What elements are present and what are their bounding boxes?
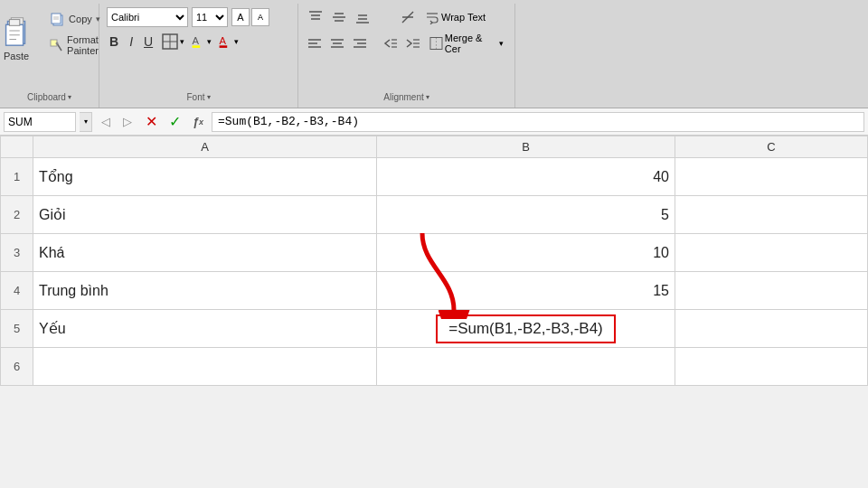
undo-navigation-button[interactable]: ◁: [96, 112, 116, 132]
align-left-button[interactable]: [306, 33, 325, 53]
row-number: 6: [1, 348, 33, 386]
row-number: 3: [1, 234, 33, 272]
svg-rect-18: [193, 45, 201, 48]
cell-a5[interactable]: Yếu: [33, 310, 377, 348]
increase-indent-button[interactable]: [403, 33, 422, 53]
spreadsheet-table: A B C 1 Tổng 40 2 Giỏi 5 3 Kh: [0, 136, 868, 386]
align-middle-button[interactable]: [329, 7, 349, 27]
cell-a4[interactable]: Trung bình: [33, 272, 377, 310]
svg-point-13: [56, 42, 59, 45]
align-bottom-button[interactable]: [353, 7, 373, 27]
paste-button[interactable]: Paste: [0, 9, 38, 63]
font-expand-icon[interactable]: ▾: [207, 93, 211, 101]
cell-a1[interactable]: Tổng: [33, 158, 377, 196]
font-color-button[interactable]: A ▾: [217, 31, 239, 52]
clipboard-right-buttons: Copy ▾ Format Painter: [45, 9, 104, 58]
font-group: Calibri 11 A A B I U ▾: [99, 4, 298, 108]
table-row: 6: [1, 348, 868, 386]
svg-rect-8: [52, 14, 61, 23]
header-col-b[interactable]: B: [377, 136, 675, 158]
font-size-decrease-button[interactable]: A: [251, 8, 269, 26]
cell-c3[interactable]: [675, 234, 868, 272]
fill-color-button[interactable]: A ▾: [190, 31, 212, 52]
svg-rect-3: [9, 20, 19, 26]
font-name-select[interactable]: Calibri: [107, 7, 188, 27]
align-top-row: Wrap Text: [306, 7, 507, 27]
border-button[interactable]: ▾: [161, 33, 184, 51]
angle-text-button[interactable]: [398, 7, 418, 27]
cell-c1[interactable]: [675, 158, 868, 196]
cell-c2[interactable]: [675, 196, 868, 234]
bold-button[interactable]: B: [107, 33, 121, 50]
font-size-increase-button[interactable]: A: [231, 8, 250, 26]
row-number: 2: [1, 196, 33, 234]
italic-button[interactable]: I: [127, 33, 136, 50]
merge-center-button[interactable]: Merge & Cer ▾: [426, 31, 507, 56]
paste-icon: [0, 11, 33, 51]
format-painter-button[interactable]: Format Painter: [45, 33, 104, 58]
font-format-row: B I U ▾ A ▾ A: [107, 31, 290, 52]
alignment-label: Alignment ▾: [383, 92, 429, 102]
ribbon: Paste Copy ▾: [0, 0, 868, 108]
cell-c5[interactable]: [675, 310, 868, 348]
confirm-formula-button[interactable]: ✓: [165, 112, 184, 132]
header-row-num: [1, 136, 33, 158]
row-number: 1: [1, 158, 33, 196]
svg-rect-48: [430, 37, 442, 49]
redo-navigation-button[interactable]: ▷: [118, 112, 137, 132]
align-bottom-row: Merge & Cer ▾: [306, 31, 507, 56]
insert-function-button[interactable]: ƒx: [188, 112, 208, 132]
alignment-group: Wrap Text Merge & Cer ▾: [298, 4, 515, 108]
clipboard-label: Clipboard ▾: [27, 92, 71, 102]
align-center-button[interactable]: [328, 33, 347, 53]
formula-bar: SUM ▾ ◁ ▷ ✕ ✓ ƒx: [0, 108, 868, 136]
header-col-c[interactable]: C: [675, 136, 868, 158]
cell-b5[interactable]: =Sum(B1,-B2,-B3,-B4): [377, 310, 675, 348]
cell-b1[interactable]: 40: [377, 158, 675, 196]
formula-bar-nav: ◁ ▷: [96, 112, 137, 132]
row-number: 5: [1, 310, 33, 348]
decrease-indent-button[interactable]: [382, 33, 401, 53]
cell-c6[interactable]: [675, 348, 868, 386]
cell-a6[interactable]: [33, 348, 377, 386]
font-size-select[interactable]: 11: [192, 7, 228, 27]
align-top-button[interactable]: [306, 7, 326, 27]
cancel-formula-button[interactable]: ✕: [141, 112, 161, 132]
cell-a3[interactable]: Khá: [33, 234, 377, 272]
font-label: Font ▾: [186, 92, 210, 102]
cell-a2[interactable]: Giỏi: [33, 196, 377, 234]
name-box[interactable]: SUM: [4, 112, 76, 132]
svg-text:A: A: [193, 35, 200, 46]
name-box-dropdown[interactable]: ▾: [80, 112, 92, 132]
red-arrow: [404, 229, 486, 319]
svg-text:A: A: [220, 35, 227, 46]
spreadsheet: A B C 1 Tổng 40 2 Giỏi 5 3 Kh: [0, 136, 868, 488]
wrap-text-button[interactable]: Wrap Text: [421, 8, 489, 26]
format-painter-icon: [49, 37, 63, 53]
cell-b6[interactable]: [377, 348, 675, 386]
copy-button[interactable]: Copy ▾: [45, 9, 104, 29]
align-right-button[interactable]: [350, 33, 369, 53]
formula-input[interactable]: [212, 112, 864, 132]
cell-c4[interactable]: [675, 272, 868, 310]
clipboard-expand-icon[interactable]: ▾: [68, 93, 71, 101]
font-size-buttons: A A: [231, 8, 269, 26]
underline-button[interactable]: U: [141, 33, 156, 50]
alignment-expand-icon[interactable]: ▾: [426, 93, 429, 101]
row-number: 4: [1, 272, 33, 310]
column-headers: A B C: [1, 136, 868, 158]
svg-rect-20: [220, 45, 228, 48]
font-top-row: Calibri 11 A A: [107, 7, 290, 27]
clipboard-group: Paste Copy ▾: [0, 4, 99, 108]
table-row: 5 Yếu =Sum(B1,-B2,-B3,-B4): [1, 310, 868, 348]
copy-icon: [49, 11, 65, 27]
table-row: 1 Tổng 40: [1, 158, 868, 196]
header-col-a[interactable]: A: [33, 136, 377, 158]
